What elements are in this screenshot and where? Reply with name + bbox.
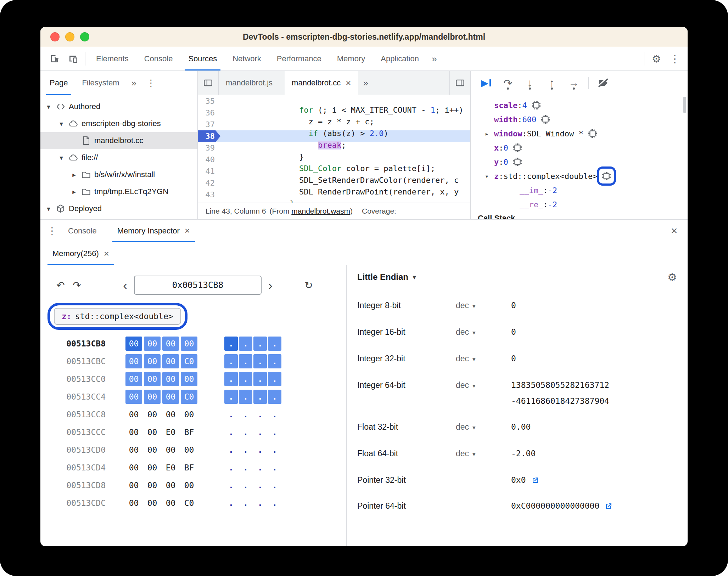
hex-byte-cell[interactable]: 00 bbox=[162, 390, 179, 404]
inspect-element-icon[interactable] bbox=[45, 47, 64, 70]
resume-script-icon[interactable]: ▶ bbox=[475, 74, 497, 92]
editor-file-tab[interactable]: mandelbrot.js bbox=[219, 71, 285, 95]
call-stack-section-header[interactable]: Call Stack bbox=[471, 211, 688, 219]
ascii-cell[interactable]: . bbox=[253, 478, 267, 492]
hex-byte-cell[interactable]: E0 bbox=[162, 425, 179, 439]
toggle-navigator-icon[interactable] bbox=[198, 71, 219, 95]
format-select[interactable]: dec ▾ bbox=[456, 298, 511, 314]
hex-byte-cell[interactable]: 00 bbox=[125, 390, 142, 404]
hex-byte-cell[interactable]: 00 bbox=[162, 337, 179, 351]
memory-chip-icon[interactable] bbox=[588, 129, 598, 139]
hex-byte-cell[interactable]: 00 bbox=[125, 478, 142, 492]
scope-scrollbar[interactable] bbox=[683, 97, 686, 113]
ascii-cell[interactable]: . bbox=[253, 354, 267, 368]
hex-byte-cell[interactable]: 00 bbox=[181, 337, 197, 351]
hex-byte-cell[interactable]: 00 bbox=[144, 425, 161, 439]
ascii-cell[interactable]: . bbox=[224, 372, 238, 386]
scope-variable-row[interactable]: scale 4 bbox=[471, 98, 688, 112]
ascii-cell[interactable]: . bbox=[268, 337, 281, 351]
scope-variable-row[interactable]: ▾ z std::complex<double> bbox=[471, 169, 688, 183]
hex-byte-cell[interactable]: 00 bbox=[181, 372, 197, 386]
tree-item[interactable]: ▾ Authored bbox=[40, 98, 197, 115]
hex-byte-cell[interactable]: 00 bbox=[162, 443, 179, 457]
hex-byte-cell[interactable]: 00 bbox=[144, 478, 161, 492]
disclosure-chevron-icon[interactable]: ▾ bbox=[43, 205, 54, 213]
history-forward-icon[interactable]: ↷ bbox=[69, 277, 85, 293]
toggle-debugger-sidebar-icon[interactable] bbox=[449, 71, 470, 95]
hex-byte-cell[interactable]: 00 bbox=[181, 478, 197, 492]
ascii-cell[interactable]: . bbox=[239, 407, 252, 422]
scope-variable-row[interactable]: x 0 bbox=[471, 141, 688, 155]
deactivate-breakpoints-icon[interactable] bbox=[592, 74, 614, 92]
ascii-cell[interactable]: . bbox=[253, 496, 267, 510]
previous-page-icon[interactable]: ‹ bbox=[118, 277, 133, 293]
tree-item[interactable]: ▸ b/s/w/ir/x/w/install bbox=[40, 166, 197, 183]
close-tab-icon[interactable]: × bbox=[346, 78, 351, 89]
scope-variable-row[interactable]: __im_ -2 bbox=[471, 183, 688, 197]
panel-tab[interactable]: Elements bbox=[88, 47, 136, 70]
editor-file-tab[interactable]: mandelbrot.cc × bbox=[285, 71, 358, 95]
settings-gear-icon[interactable]: ⚙ bbox=[647, 47, 666, 70]
disclosure-chevron-icon[interactable]: ▸ bbox=[69, 171, 79, 179]
disclosure-chevron-icon[interactable]: ▾ bbox=[56, 120, 67, 128]
hex-byte-cell[interactable]: 00 bbox=[144, 496, 161, 510]
jump-to-address-icon[interactable] bbox=[604, 502, 613, 510]
drawer-tab[interactable]: Console bbox=[60, 220, 110, 242]
row-address[interactable]: 00513CD8 bbox=[52, 481, 106, 490]
close-tab-icon[interactable]: × bbox=[185, 225, 190, 236]
line-number[interactable]: 40 bbox=[198, 154, 220, 165]
ascii-cell[interactable]: . bbox=[268, 461, 281, 475]
main-menu-icon[interactable]: ⋮ bbox=[666, 47, 684, 70]
panel-tab[interactable]: Console bbox=[136, 47, 181, 70]
hex-byte-cell[interactable]: 00 bbox=[125, 354, 142, 368]
ascii-cell[interactable]: . bbox=[224, 443, 238, 457]
more-navigator-tabs-button[interactable]: » bbox=[127, 71, 141, 95]
ascii-cell[interactable]: . bbox=[268, 478, 281, 492]
hex-byte-cell[interactable]: 00 bbox=[162, 372, 179, 386]
ascii-cell[interactable]: . bbox=[268, 372, 281, 386]
step-into-icon[interactable]: ↓ bbox=[519, 74, 541, 92]
hex-byte-cell[interactable]: 00 bbox=[144, 354, 161, 368]
hex-byte-cell[interactable]: 00 bbox=[125, 425, 142, 439]
ascii-cell[interactable]: . bbox=[239, 425, 252, 439]
ascii-cell[interactable]: . bbox=[253, 425, 267, 439]
minimize-window-button[interactable] bbox=[65, 32, 74, 41]
memory-chip-icon[interactable] bbox=[513, 157, 522, 167]
ascii-cell[interactable]: . bbox=[239, 354, 252, 368]
ascii-cell[interactable]: . bbox=[224, 461, 238, 475]
ascii-cell[interactable]: . bbox=[253, 372, 267, 386]
refresh-icon[interactable]: ↻ bbox=[301, 277, 317, 293]
address-input[interactable]: 0x00513CB8 bbox=[134, 276, 262, 295]
line-number[interactable]: 42 bbox=[198, 177, 220, 189]
line-number[interactable]: 36 bbox=[198, 107, 220, 119]
navigator-menu-icon[interactable]: ⋮ bbox=[141, 71, 161, 95]
tree-item[interactable]: ▾ Deployed bbox=[40, 200, 197, 217]
ascii-cell[interactable]: . bbox=[239, 337, 252, 351]
close-drawer-icon[interactable]: × bbox=[664, 220, 684, 242]
ascii-cell[interactable]: . bbox=[224, 407, 238, 422]
memory-buffer-tab[interactable]: Memory(256) × bbox=[45, 242, 117, 265]
fullscreen-window-button[interactable] bbox=[80, 32, 89, 41]
scope-variable-row[interactable]: width 600 bbox=[471, 112, 688, 126]
format-select[interactable]: dec ▾ bbox=[456, 324, 511, 341]
hex-byte-cell[interactable]: 00 bbox=[144, 443, 161, 457]
hex-byte-cell[interactable]: 00 bbox=[125, 461, 142, 475]
drawer-menu-icon[interactable]: ⋮ bbox=[44, 220, 60, 242]
line-number[interactable]: 37 bbox=[198, 119, 220, 130]
ascii-cell[interactable]: . bbox=[268, 390, 281, 404]
line-number[interactable]: 35 bbox=[198, 95, 220, 107]
hex-byte-cell[interactable]: 00 bbox=[162, 354, 179, 368]
hex-byte-cell[interactable]: 00 bbox=[144, 337, 161, 351]
panel-tab[interactable]: Application bbox=[373, 47, 427, 70]
ascii-cell[interactable]: . bbox=[224, 337, 238, 351]
row-address[interactable]: 00513CD0 bbox=[52, 445, 106, 454]
ascii-cell[interactable]: . bbox=[253, 390, 267, 404]
format-select[interactable]: ▾ bbox=[456, 498, 511, 514]
ascii-cell[interactable]: . bbox=[268, 425, 281, 439]
close-tab-icon[interactable]: × bbox=[104, 248, 109, 259]
format-select[interactable]: dec ▾ bbox=[456, 377, 511, 394]
format-select[interactable]: ▾ bbox=[456, 472, 511, 488]
hex-byte-cell[interactable]: C0 bbox=[181, 496, 197, 510]
more-editor-tabs-button[interactable]: » bbox=[358, 71, 373, 95]
format-select[interactable]: dec ▾ bbox=[456, 419, 511, 436]
